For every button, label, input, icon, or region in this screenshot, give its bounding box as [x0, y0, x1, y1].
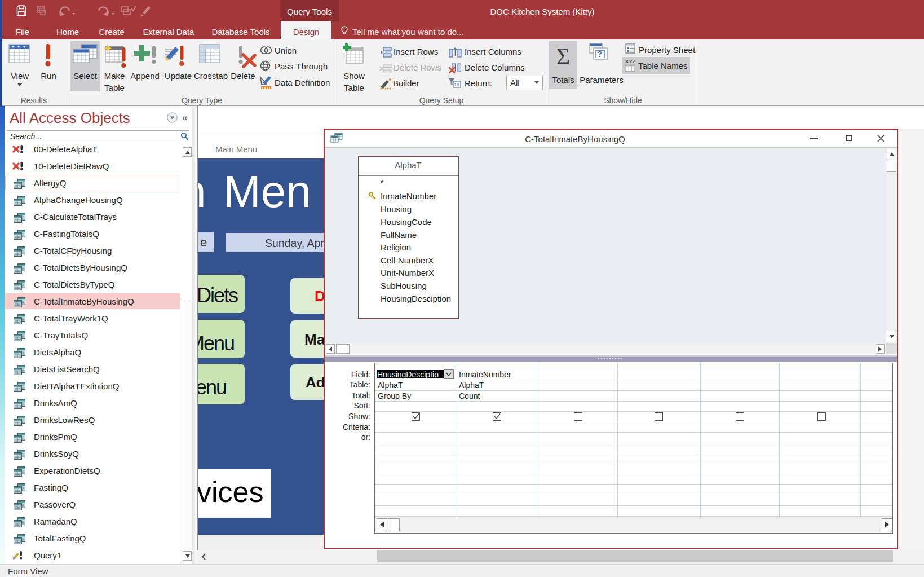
- svg-text:XYZ: XYZ: [625, 59, 636, 64]
- svg-text:10: 10: [454, 82, 459, 87]
